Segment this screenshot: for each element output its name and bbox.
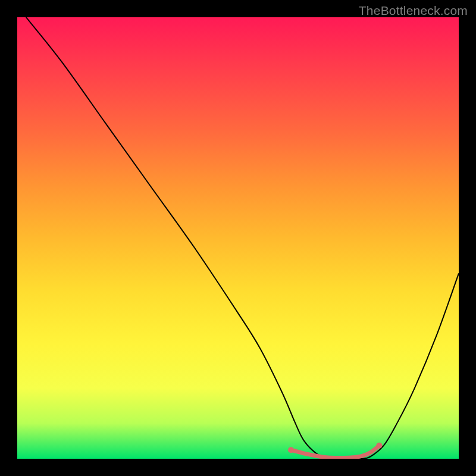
bottleneck-curve xyxy=(26,17,459,459)
optimal-range-start-dot xyxy=(288,447,294,453)
optimal-range-end-dot xyxy=(376,443,382,449)
curve-layer xyxy=(17,17,459,459)
plot-area xyxy=(17,17,459,459)
optimal-range-curve xyxy=(291,446,379,458)
chart-frame: TheBottleneck.com xyxy=(0,0,476,476)
watermark-text: TheBottleneck.com xyxy=(359,4,468,18)
